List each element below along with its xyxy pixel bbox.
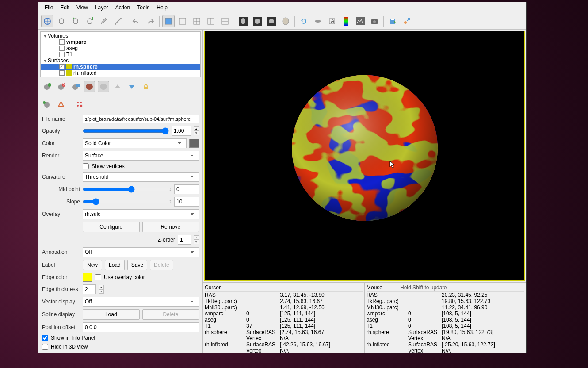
input-position-offset[interactable] bbox=[83, 322, 199, 332]
tree-item-t1[interactable]: T1 bbox=[66, 51, 73, 58]
tool-brain-sag[interactable] bbox=[237, 15, 249, 27]
svg-point-31 bbox=[404, 21, 407, 24]
layer-lock-icon[interactable] bbox=[140, 81, 152, 92]
tool-redo[interactable] bbox=[144, 15, 157, 27]
select-vector-display[interactable]: Off bbox=[83, 297, 199, 307]
label-label: Label bbox=[42, 262, 80, 268]
svg-rect-28 bbox=[373, 19, 374, 20]
tree-group-surfaces[interactable]: Surfaces bbox=[48, 58, 69, 64]
tree-group-volumes[interactable]: Volumes bbox=[48, 33, 68, 39]
opacity-spin-up[interactable]: ▴ bbox=[194, 126, 199, 131]
svg-point-41 bbox=[100, 84, 107, 90]
input-opacity[interactable] bbox=[172, 126, 191, 136]
button-label-save[interactable]: Save bbox=[127, 260, 147, 270]
button-spline-load[interactable]: Load bbox=[83, 309, 140, 320]
select-annotation[interactable]: Off bbox=[83, 247, 199, 257]
layer-add-icon[interactable]: + bbox=[41, 81, 53, 92]
tool-head2[interactable] bbox=[69, 15, 82, 27]
tree-item-rh-sphere[interactable]: rh.sphere bbox=[73, 64, 98, 70]
cursor-title: Cursor bbox=[205, 284, 221, 291]
button-remove[interactable]: Remove bbox=[142, 222, 199, 232]
overlay-triangle-icon[interactable] bbox=[55, 99, 67, 110]
select-render[interactable]: Surface bbox=[83, 151, 199, 161]
layer-surf2-icon[interactable] bbox=[98, 81, 109, 92]
swatch-edge-color[interactable] bbox=[83, 273, 92, 282]
thickness-spin-up[interactable]: ▴ bbox=[99, 285, 104, 289]
checkbox-use-overlay-color[interactable] bbox=[95, 274, 101, 280]
tool-layout-5[interactable] bbox=[219, 15, 231, 27]
tool-text[interactable]: A bbox=[326, 15, 338, 27]
tree-item-rh-inflated[interactable]: rh.inflated bbox=[73, 70, 97, 76]
tool-brain-ax[interactable] bbox=[265, 15, 278, 27]
menu-file[interactable]: File bbox=[41, 3, 57, 12]
layer-save-icon[interactable] bbox=[69, 81, 81, 92]
tool-timeseries[interactable] bbox=[354, 15, 367, 27]
zorder-spin-down[interactable]: ▾ bbox=[194, 240, 199, 244]
checkbox-hide-3d[interactable] bbox=[42, 344, 48, 350]
button-label-load[interactable]: Load bbox=[105, 260, 125, 270]
tool-layout-4[interactable] bbox=[205, 15, 217, 27]
label-curvature: Curvature bbox=[42, 174, 80, 180]
opacity-spin-down[interactable]: ▾ bbox=[194, 131, 199, 135]
select-curvature[interactable]: Threshold bbox=[83, 172, 199, 182]
tool-navigate[interactable] bbox=[41, 15, 53, 27]
tool-layout-2[interactable] bbox=[176, 15, 189, 27]
tool-undo[interactable] bbox=[130, 15, 142, 27]
input-edge-thickness[interactable] bbox=[83, 284, 96, 294]
menu-view[interactable]: View bbox=[73, 3, 92, 12]
tool-refresh[interactable] bbox=[298, 15, 310, 27]
slider-slope[interactable] bbox=[83, 198, 172, 205]
slider-midpoint[interactable] bbox=[83, 186, 172, 193]
menu-help[interactable]: Help bbox=[153, 3, 171, 12]
slider-opacity[interactable] bbox=[83, 127, 169, 134]
layer-tree[interactable]: ▾Volumes wmparc aseg T1 ▾Surfaces rh.sph… bbox=[40, 31, 201, 77]
svg-point-44 bbox=[43, 101, 46, 104]
input-file-name[interactable] bbox=[83, 115, 199, 123]
select-overlay[interactable]: rh.sulc bbox=[83, 209, 199, 219]
tool-layout-3[interactable] bbox=[191, 15, 203, 27]
select-color[interactable]: Solid Color bbox=[83, 138, 187, 148]
tool-colormap[interactable] bbox=[340, 15, 352, 27]
menu-edit[interactable]: Edit bbox=[57, 3, 73, 12]
tool-pencil[interactable] bbox=[98, 15, 110, 27]
label-show-vertices: Show vertices bbox=[92, 163, 125, 169]
svg-point-5 bbox=[88, 19, 92, 24]
viewport-3d[interactable] bbox=[204, 31, 525, 281]
overlay-head-icon[interactable] bbox=[41, 99, 53, 110]
sidebar: ▾Volumes wmparc aseg T1 ▾Surfaces rh.sph… bbox=[38, 30, 203, 353]
zorder-spin-up[interactable]: ▴ bbox=[194, 235, 199, 240]
tool-export[interactable] bbox=[401, 15, 413, 27]
tool-measure[interactable] bbox=[112, 15, 124, 27]
svg-point-45 bbox=[77, 102, 79, 104]
tool-layout-1[interactable] bbox=[162, 15, 175, 27]
menu-tools[interactable]: Tools bbox=[134, 3, 153, 12]
tool-brain-3d[interactable] bbox=[279, 15, 292, 27]
input-midpoint[interactable] bbox=[174, 184, 199, 194]
layer-remove-icon[interactable]: × bbox=[55, 81, 67, 92]
svg-rect-39 bbox=[76, 84, 80, 87]
layer-down-icon[interactable] bbox=[126, 81, 137, 92]
overlay-remove-icon[interactable] bbox=[74, 99, 85, 110]
checkbox-show-info-panel[interactable] bbox=[42, 335, 48, 341]
thickness-spin-down[interactable]: ▾ bbox=[99, 289, 104, 294]
mouse-title: Mouse bbox=[367, 284, 382, 291]
tool-save[interactable] bbox=[386, 15, 399, 27]
layer-up-icon[interactable] bbox=[112, 81, 123, 92]
checkbox-show-vertices[interactable] bbox=[83, 163, 89, 169]
tool-disc[interactable] bbox=[312, 15, 324, 27]
swatch-solid-color[interactable] bbox=[189, 139, 199, 148]
button-label-new[interactable]: New bbox=[83, 260, 102, 270]
input-zorder[interactable] bbox=[178, 235, 191, 245]
menu-action[interactable]: Action bbox=[112, 3, 134, 12]
tool-brain-cor[interactable] bbox=[251, 15, 263, 27]
tool-head3[interactable]: R bbox=[84, 15, 96, 27]
tree-item-wmparc[interactable]: wmparc bbox=[66, 39, 86, 45]
tool-head1[interactable] bbox=[55, 15, 68, 27]
layer-surf1-icon[interactable] bbox=[84, 81, 95, 92]
tool-camera[interactable] bbox=[368, 15, 381, 27]
menu-layer[interactable]: Layer bbox=[92, 3, 112, 12]
input-slope[interactable] bbox=[174, 197, 199, 207]
tree-item-aseg[interactable]: aseg bbox=[66, 45, 78, 51]
svg-point-4 bbox=[73, 19, 78, 24]
button-configure[interactable]: Configure bbox=[83, 222, 140, 232]
